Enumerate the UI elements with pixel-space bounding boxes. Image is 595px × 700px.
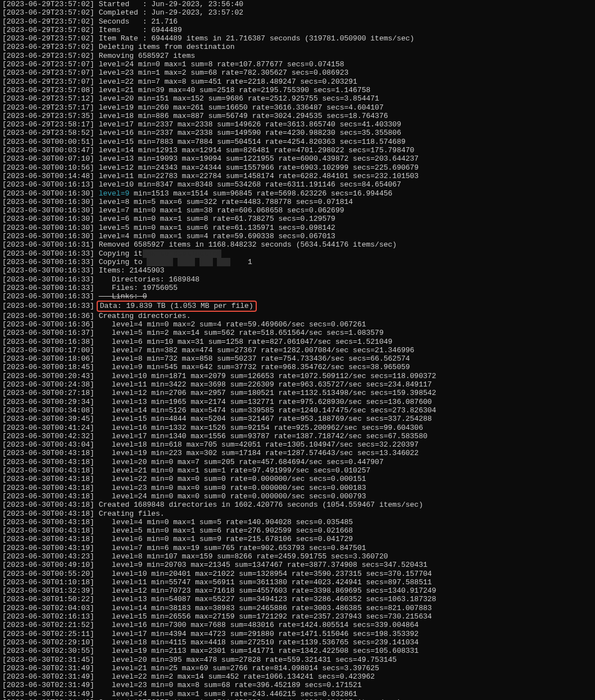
log-message: level=11 min=22783 max=22784 sum=1458174… — [99, 172, 419, 180]
log-line: [2023-06-30T00:17:00] level=7 min=382 ma… — [2, 346, 593, 354]
log-message: level=20 min=151 max=152 sum=9686 rate=2… — [99, 94, 379, 103]
log-timestamp: [2023-06-30T00:14:48] — [2, 172, 94, 180]
log-timestamp: [2023-06-30T00:16:33] — [2, 266, 94, 275]
log-timestamp: [2023-06-29T23:57:02] — [2, 52, 94, 60]
log-timestamp: [2023-06-30T00:43:19] — [2, 544, 94, 552]
log-line: [2023-06-30T00:16:36] Creating directori… — [2, 312, 593, 320]
log-message: level=6 min=0 max=1 sum=8 rate=61.738275… — [99, 215, 335, 223]
log-line: [2023-06-30T01:10:18] level=11 min=55747… — [2, 578, 593, 587]
log-timestamp: [2023-06-30T00:16:38] — [2, 338, 94, 346]
log-timestamp: [2023-06-30T00:43:18] — [2, 535, 94, 543]
log-level-highlight: level=9 — [99, 189, 130, 198]
log-message: level=15 min=7883 max=7884 sum=504514 ra… — [99, 138, 406, 146]
log-line: [2023-06-30T00:43:18] level=24 min=0 max… — [2, 492, 593, 501]
log-message: level=23 min=0 max=8 sum=68 rate=396.452… — [99, 681, 362, 689]
log-line: [2023-06-30T00:18:06] level=8 min=732 ma… — [2, 354, 593, 363]
log-message: level=14 min=12913 max=12914 sum=826481 … — [99, 146, 415, 154]
log-message: level=15 min=4844 max=5204 sum=321467 ra… — [99, 415, 432, 423]
log-line: [2023-06-29T23:57:02] Deleting items fro… — [2, 43, 593, 51]
log-message: level=19 min=2113 max=2301 sum=141771 ra… — [99, 647, 419, 655]
log-line: [2023-06-30T00:07:10] level=13 min=19093… — [2, 154, 593, 163]
log-line: [2023-06-30T02:31:49] level=21 min=25 ma… — [2, 664, 593, 672]
log-timestamp: [2023-06-30T02:31:49] — [2, 672, 94, 681]
log-line: [2023-06-30T00:43:18] Creating files. — [2, 510, 593, 518]
log-line: [2023-06-29T23:57:07] level=24 min=0 max… — [2, 60, 593, 69]
log-timestamp: [2023-06-30T00:16:36] — [2, 320, 94, 329]
log-message: level=14 min=5126 max=5474 sum=339585 ra… — [99, 406, 437, 415]
log-message: level=16 min=7300 max=7688 sum=483016 ra… — [99, 621, 419, 629]
log-line: [2023-06-30T02:04:03] level=14 min=38183… — [2, 604, 593, 612]
log-line: [2023-06-30T00:16:37] level=5 min=2 max=… — [2, 329, 593, 337]
log-message: level=14 min=38183 max=38983 sum=2465886… — [99, 604, 432, 612]
log-message: Directories: 1689848 — [99, 275, 199, 284]
log-message: level=9 min=20703 max=21345 sum=1347467 … — [99, 561, 428, 569]
log-timestamp: [2023-06-29T23:57:07] — [2, 60, 94, 69]
log-timestamp: [2023-06-30T02:30:55] — [2, 647, 94, 655]
log-timestamp: [2023-06-30T02:31:49] — [2, 690, 94, 698]
log-message: level=6 min=10 max=31 sum=1258 rate=827.… — [99, 338, 393, 346]
log-timestamp: [2023-06-30T00:16:31] — [2, 240, 94, 249]
log-message: level=23 min=1 max=2 sum=68 rate=782.305… — [99, 69, 349, 77]
log-timestamp: [2023-06-30T01:50:22] — [2, 595, 94, 603]
log-line: [2023-06-30T00:43:18] level=20 min=0 max… — [2, 458, 593, 466]
log-line: [2023-06-30T00:49:10] level=9 min=20703 … — [2, 561, 593, 569]
log-timestamp: [2023-06-30T02:16:13] — [2, 612, 94, 621]
log-timestamp: [2023-06-29T23:57:02] — [2, 17, 94, 26]
log-timestamp: [2023-06-29T23:58:52] — [2, 129, 94, 137]
log-message: level=22 min=7 max=8 sum=451 rate=2218.4… — [99, 78, 357, 86]
log-line: [2023-06-30T00:24:38] level=11 min=3422 … — [2, 380, 593, 389]
log-line: [2023-06-29T23:57:02] Items : 6944489 — [2, 26, 593, 34]
log-message: level=7 min=6 max=19 sum=765 rate=902.65… — [99, 544, 366, 552]
log-timestamp: [2023-06-29T23:57:08] — [2, 86, 94, 94]
log-message: level=8 min=5 max=6 sum=322 rate=4483.78… — [99, 198, 353, 206]
log-line: [2023-06-30T00:16:33] Files: 19756055 — [2, 284, 593, 292]
log-line: [2023-06-30T00:16:30] level=5 min=0 max=… — [2, 224, 593, 232]
log-message: level=8 min=107 max=159 sum=8266 rate=24… — [99, 552, 388, 561]
log-message: level=5 min=2 max=14 sum=562 rate=518.65… — [99, 329, 384, 337]
log-message: level=16 min=1332 max=1526 sum=92154 rat… — [99, 424, 423, 432]
log-line: [2023-06-29T23:57:12] level=20 min=151 m… — [2, 94, 593, 103]
log-line: [2023-06-30T00:39:45] level=15 min=4844 … — [2, 415, 593, 423]
log-timestamp: [2023-06-30T02:04:03] — [2, 604, 94, 612]
log-line: [2023-06-30T00:14:48] level=11 min=22783… — [2, 172, 593, 180]
log-line: [2023-06-30T01:32:39] level=12 min=70723… — [2, 587, 593, 595]
log-message: Items: 21445903 — [99, 266, 165, 275]
log-line: [2023-06-30T00:00:51] level=15 min=7883 … — [2, 138, 593, 146]
log-timestamp: [2023-06-30T00:43:18] — [2, 475, 94, 483]
log-message: level=18 min=4115 max=4418 sum=272510 ra… — [99, 638, 419, 647]
log-timestamp: [2023-06-30T00:16:30] — [2, 198, 94, 206]
log-timestamp: [2023-06-29T23:58:17] — [2, 120, 94, 129]
log-message: level=19 min=223 max=302 sum=17184 rate=… — [99, 449, 419, 457]
log-message: Seconds : 21.716 — [99, 17, 178, 26]
log-message: level=5 min=0 max=1 sum=6 rate=61.135971… — [99, 224, 335, 232]
log-message: level=21 min=39 max=40 sum=2518 rate=219… — [99, 86, 371, 94]
log-line: [2023-06-30T00:43:18] level=5 min=0 max=… — [2, 526, 593, 535]
log-line: [2023-06-30T02:31:49] level=23 min=0 max… — [2, 681, 593, 689]
log-timestamp: [2023-06-30T00:55:20] — [2, 570, 94, 578]
log-line: [2023-06-30T00:43:18] level=21 min=0 max… — [2, 466, 593, 475]
log-timestamp: [2023-06-30T00:43:18] — [2, 466, 94, 475]
log-timestamp: [2023-06-29T23:57:02] — [2, 8, 94, 17]
log-line: [2023-06-30T00:16:33] Data: 19.839 TB (1… — [2, 301, 593, 311]
log-line: [2023-06-30T00:43:18] Created 1689848 di… — [2, 501, 593, 509]
log-timestamp: [2023-06-30T00:27:18] — [2, 389, 94, 397]
log-timestamp: [2023-06-30T00:20:43] — [2, 372, 94, 380]
log-line: [2023-06-30T00:16:33] Copying items to d… — [2, 249, 593, 258]
log-timestamp: [2023-06-30T00:41:24] — [2, 424, 94, 432]
log-line: [2023-06-29T23:57:07] level=23 min=1 max… — [2, 69, 593, 77]
log-message: level=6 min=0 max=1 sum=9 rate=215.67810… — [99, 535, 353, 543]
log-line: [2023-06-29T23:57:17] level=19 min=260 m… — [2, 103, 593, 112]
log-timestamp: [2023-06-30T00:16:30] — [2, 232, 94, 240]
log-timestamp: [2023-06-30T01:32:39] — [2, 587, 94, 595]
log-line: [2023-06-29T23:57:02] Started : Jun-29-2… — [2, 0, 593, 8]
log-message: level=12 min=2706 max=2957 sum=180521 ra… — [99, 389, 437, 397]
log-message: level=17 min=4394 max=4723 sum=291880 ra… — [99, 630, 419, 638]
log-message: level=8 min=732 max=858 sum=50237 rate=7… — [99, 354, 410, 363]
redacted-text — [199, 258, 212, 266]
log-timestamp: [2023-06-30T00:03:47] — [2, 146, 94, 154]
log-timestamp: [2023-06-29T23:57:12] — [2, 94, 94, 103]
log-timestamp: [2023-06-30T00:42:32] — [2, 432, 94, 440]
log-timestamp: [2023-06-29T23:57:02] — [2, 0, 94, 8]
log-timestamp: [2023-06-30T00:10:56] — [2, 163, 94, 172]
log-message: 1 — [230, 258, 252, 266]
